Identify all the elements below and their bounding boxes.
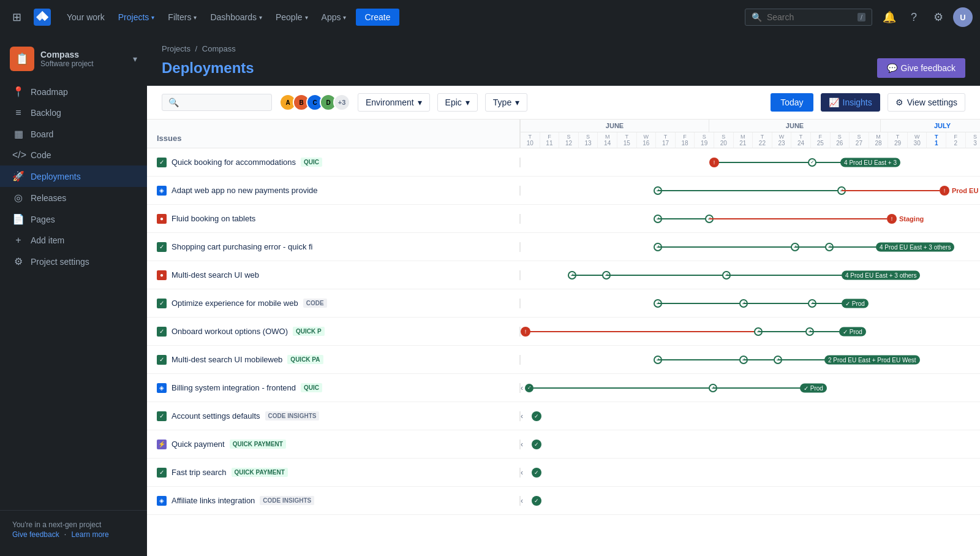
footer-learn-link[interactable]: Learn more xyxy=(71,530,108,539)
environment-filter[interactable]: Environment ▾ xyxy=(358,93,430,112)
task-icon: ◈ xyxy=(157,186,167,196)
insights-button[interactable]: 📈 Insights xyxy=(821,93,880,112)
red-bar xyxy=(526,331,758,332)
day-14: M14 xyxy=(598,132,617,148)
day-20: S20 xyxy=(714,132,734,148)
gantt-month-june2: JUNE xyxy=(709,120,881,132)
gantt-header: Issues JUNE JUNE JULY T10 F11 xyxy=(147,120,980,148)
sidebar-project[interactable]: 📋 Compass Software project ▾ xyxy=(0,42,147,81)
table-row[interactable]: ● Fluid booking on tablets ✓ ✓ ! Staging xyxy=(147,205,980,233)
give-feedback-button[interactable]: 💬 Give feedback xyxy=(877,58,966,78)
gantt-issues-header: Issues xyxy=(147,120,521,148)
table-row[interactable]: ✓ Quick booking for accommodations QUIC … xyxy=(147,148,980,177)
nav-dashboards[interactable]: Dashboards ▾ xyxy=(204,9,268,26)
view-settings-button[interactable]: ⚙ View settings xyxy=(888,93,965,112)
project-type: Software project xyxy=(40,59,94,68)
sidebar-item-backlog[interactable]: ≡ Backlog xyxy=(0,102,147,123)
nav-your-work[interactable]: Your work xyxy=(61,9,111,26)
table-row[interactable]: ◈ Adapt web app no new payments provide … xyxy=(147,177,980,205)
story-icon: ✓ xyxy=(157,299,167,308)
table-row[interactable]: ✓ Account settings defaults CODE INSIGHT… xyxy=(147,402,980,430)
nav-apps[interactable]: Apps ▾ xyxy=(315,9,353,26)
notifications-icon[interactable]: 🔔 xyxy=(880,7,899,27)
jira-logo[interactable] xyxy=(29,9,56,26)
sidebar-item-roadmap[interactable]: 📍 Roadmap xyxy=(0,81,147,102)
sidebar-nav: 📍 Roadmap ≡ Backlog ▦ Board </> Code 🚀 D… xyxy=(0,81,147,272)
story-icon: ✓ xyxy=(157,242,167,252)
bar-line xyxy=(658,359,744,360)
gantt-container[interactable]: Issues JUNE JUNE JULY T10 F11 xyxy=(147,120,980,556)
toolbar-search[interactable]: 🔍 xyxy=(162,94,272,111)
grid-icon[interactable]: ⊞ xyxy=(7,6,26,29)
day-11: F11 xyxy=(540,132,560,148)
checkpoint: ✓ xyxy=(808,158,816,167)
bar-line xyxy=(606,275,726,276)
story-icon: ✓ xyxy=(157,158,167,167)
issue-name: Multi-dest search UI web xyxy=(172,270,259,280)
breadcrumb-projects[interactable]: Projects xyxy=(162,44,190,53)
issue-cell: ● Fluid booking on tablets xyxy=(147,214,521,224)
sidebar-item-settings[interactable]: ⚙ Project settings xyxy=(0,251,147,272)
table-row[interactable]: ⚡ Quick payment QUICK PAYMENT ‹ ✓ xyxy=(147,430,980,459)
settings-icon[interactable]: ⚙ xyxy=(929,7,948,27)
sidebar-item-code[interactable]: </> Code xyxy=(0,145,147,166)
issue-tag: QUICK PAYMENT xyxy=(232,468,288,477)
type-filter[interactable]: Type ▾ xyxy=(485,93,527,112)
sidebar: 📋 Compass Software project ▾ 📍 Roadmap ≡… xyxy=(0,34,147,556)
issue-cell: ✓ Shopping cart purchasing error - quick… xyxy=(147,242,521,252)
table-row[interactable]: ✓ Shopping cart purchasing error - quick… xyxy=(147,233,980,261)
day-22: T22 xyxy=(753,132,772,148)
table-row[interactable]: ✓ Onboard workout options (OWO) QUICK P … xyxy=(147,318,980,346)
nav-projects[interactable]: Projects ▾ xyxy=(112,9,161,26)
search-input[interactable] xyxy=(767,12,853,22)
table-row[interactable]: ✓ Multi-dest search UI mobileweb QUICK P… xyxy=(147,346,980,374)
view-settings-icon: ⚙ xyxy=(895,97,903,107)
avatar-count[interactable]: +3 xyxy=(333,94,350,111)
help-icon[interactable]: ? xyxy=(904,7,924,27)
table-row[interactable]: ✓ Optimize experience for mobile web COD… xyxy=(147,289,980,318)
checkpoint-filled: ✓ xyxy=(532,411,541,421)
table-row[interactable]: ● Multi-dest search UI web ✓ ✓ ✓ 4 Prod … xyxy=(147,261,980,289)
sidebar-item-add[interactable]: + Add item xyxy=(0,230,147,251)
breadcrumb-project[interactable]: Compass xyxy=(202,44,236,53)
toolbar-search-input[interactable] xyxy=(183,97,256,107)
user-avatar[interactable]: U xyxy=(953,7,973,27)
gantt-calendar-header: JUNE JUNE JULY T10 F11 S12 S13 M14 T15 xyxy=(521,120,980,148)
task-icon: ◈ xyxy=(157,383,167,393)
day-23: W23 xyxy=(772,132,792,148)
sidebar-item-releases[interactable]: ◎ Releases xyxy=(0,187,147,208)
issue-cell: ◈ Adapt web app no new payments provide xyxy=(147,186,521,196)
issue-tag: QUICK PA xyxy=(287,355,323,364)
issue-cell: ✓ Onboard workout options (OWO) QUICK P xyxy=(147,327,521,337)
footer-feedback-link[interactable]: Give feedback xyxy=(12,530,59,539)
nav-people[interactable]: People ▾ xyxy=(270,9,314,26)
issue-name: Billing system integration - frontend xyxy=(172,383,296,392)
sidebar-item-board[interactable]: ▦ Board xyxy=(0,123,147,145)
table-row[interactable]: ✓ Fast trip search QUICK PAYMENT ‹ ✓ xyxy=(147,459,980,487)
search-box[interactable]: 🔍 / xyxy=(745,9,872,26)
people-chevron: ▾ xyxy=(305,14,308,21)
project-chevron: ▾ xyxy=(133,54,137,64)
issue-cell: ✓ Account settings defaults CODE INSIGHT… xyxy=(147,411,521,421)
create-button[interactable]: Create xyxy=(356,9,399,26)
sidebar-item-label: Board xyxy=(31,129,53,139)
scroll-left-chevron: ‹ xyxy=(521,412,523,421)
sidebar-item-pages[interactable]: 📄 Pages xyxy=(0,208,147,230)
epic-filter[interactable]: Epic ▾ xyxy=(437,93,478,112)
issue-name: Affiliate links integration xyxy=(172,496,255,505)
table-row[interactable]: ◈ Affiliate links integration CODE INSIG… xyxy=(147,487,980,515)
nav-filters[interactable]: Filters ▾ xyxy=(162,9,203,26)
pages-icon: 📄 xyxy=(12,213,24,225)
checkpoint-filled: ✓ xyxy=(532,468,541,478)
footer-links: Give feedback · Learn more xyxy=(12,529,135,539)
issue-name: Adapt web app no new payments provide xyxy=(172,186,318,195)
table-row[interactable]: ◈ Billing system integration - frontend … xyxy=(147,374,980,402)
story-icon: ✓ xyxy=(157,411,167,421)
today-button[interactable]: Today xyxy=(771,93,813,112)
gantt-month-row: JUNE JUNE JULY xyxy=(521,120,980,132)
issue-name: Multi-dest search UI mobileweb xyxy=(172,355,282,364)
day-21: M21 xyxy=(734,132,753,148)
gantt-bar-cell: ✓ ✓ ✓ 2 Prod EU East + Prod EU West xyxy=(521,346,980,373)
breadcrumb: Projects / Compass xyxy=(162,44,965,53)
sidebar-item-deployments[interactable]: 🚀 Deployments xyxy=(0,166,147,187)
